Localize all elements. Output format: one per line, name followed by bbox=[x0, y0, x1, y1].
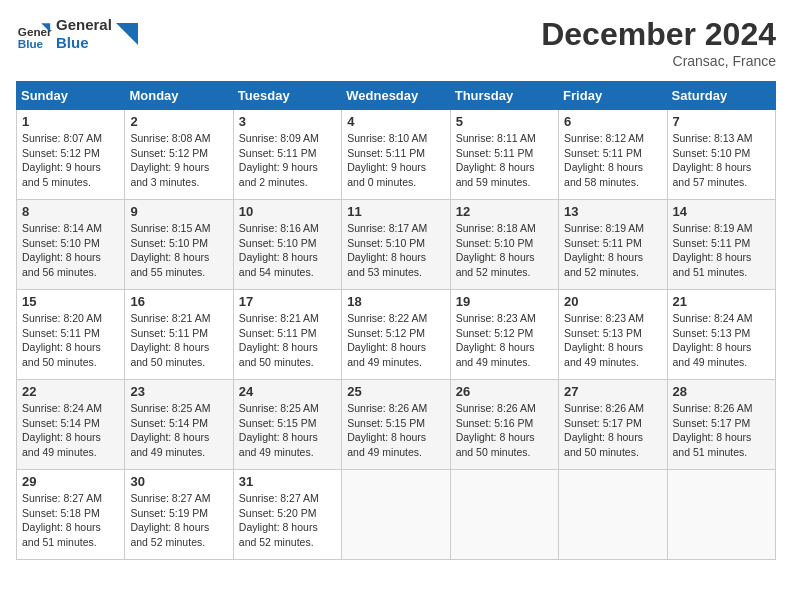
calendar-day-cell: 16 Sunrise: 8:21 AM Sunset: 5:11 PM Dayl… bbox=[125, 290, 233, 380]
day-info: Sunrise: 8:11 AM Sunset: 5:11 PM Dayligh… bbox=[456, 131, 553, 190]
calendar-day-cell bbox=[450, 470, 558, 560]
calendar-day-cell: 9 Sunrise: 8:15 AM Sunset: 5:10 PM Dayli… bbox=[125, 200, 233, 290]
calendar-day-cell: 22 Sunrise: 8:24 AM Sunset: 5:14 PM Dayl… bbox=[17, 380, 125, 470]
day-number: 22 bbox=[22, 384, 119, 399]
day-info: Sunrise: 8:24 AM Sunset: 5:14 PM Dayligh… bbox=[22, 401, 119, 460]
day-info: Sunrise: 8:10 AM Sunset: 5:11 PM Dayligh… bbox=[347, 131, 444, 190]
day-number: 25 bbox=[347, 384, 444, 399]
weekday-header-row: SundayMondayTuesdayWednesdayThursdayFrid… bbox=[17, 82, 776, 110]
day-number: 11 bbox=[347, 204, 444, 219]
calendar-day-cell: 18 Sunrise: 8:22 AM Sunset: 5:12 PM Dayl… bbox=[342, 290, 450, 380]
day-info: Sunrise: 8:21 AM Sunset: 5:11 PM Dayligh… bbox=[239, 311, 336, 370]
weekday-header: Tuesday bbox=[233, 82, 341, 110]
calendar-day-cell bbox=[559, 470, 667, 560]
day-number: 6 bbox=[564, 114, 661, 129]
logo-icon: General Blue bbox=[16, 16, 52, 52]
day-info: Sunrise: 8:12 AM Sunset: 5:11 PM Dayligh… bbox=[564, 131, 661, 190]
page-header: General Blue General Blue December 2024 … bbox=[16, 16, 776, 69]
calendar-day-cell: 1 Sunrise: 8:07 AM Sunset: 5:12 PM Dayli… bbox=[17, 110, 125, 200]
calendar-day-cell: 6 Sunrise: 8:12 AM Sunset: 5:11 PM Dayli… bbox=[559, 110, 667, 200]
day-number: 20 bbox=[564, 294, 661, 309]
calendar-day-cell: 10 Sunrise: 8:16 AM Sunset: 5:10 PM Dayl… bbox=[233, 200, 341, 290]
month-title: December 2024 bbox=[541, 16, 776, 53]
day-info: Sunrise: 8:08 AM Sunset: 5:12 PM Dayligh… bbox=[130, 131, 227, 190]
day-number: 10 bbox=[239, 204, 336, 219]
day-number: 9 bbox=[130, 204, 227, 219]
calendar-day-cell: 17 Sunrise: 8:21 AM Sunset: 5:11 PM Dayl… bbox=[233, 290, 341, 380]
weekday-header: Sunday bbox=[17, 82, 125, 110]
calendar-day-cell: 25 Sunrise: 8:26 AM Sunset: 5:15 PM Dayl… bbox=[342, 380, 450, 470]
day-number: 5 bbox=[456, 114, 553, 129]
day-number: 1 bbox=[22, 114, 119, 129]
day-info: Sunrise: 8:27 AM Sunset: 5:20 PM Dayligh… bbox=[239, 491, 336, 550]
calendar-day-cell bbox=[342, 470, 450, 560]
day-number: 15 bbox=[22, 294, 119, 309]
day-number: 24 bbox=[239, 384, 336, 399]
calendar-day-cell: 3 Sunrise: 8:09 AM Sunset: 5:11 PM Dayli… bbox=[233, 110, 341, 200]
calendar-day-cell bbox=[667, 470, 775, 560]
calendar-day-cell: 5 Sunrise: 8:11 AM Sunset: 5:11 PM Dayli… bbox=[450, 110, 558, 200]
day-number: 2 bbox=[130, 114, 227, 129]
day-info: Sunrise: 8:23 AM Sunset: 5:13 PM Dayligh… bbox=[564, 311, 661, 370]
day-number: 23 bbox=[130, 384, 227, 399]
calendar-week-row: 29 Sunrise: 8:27 AM Sunset: 5:18 PM Dayl… bbox=[17, 470, 776, 560]
calendar-day-cell: 7 Sunrise: 8:13 AM Sunset: 5:10 PM Dayli… bbox=[667, 110, 775, 200]
day-info: Sunrise: 8:09 AM Sunset: 5:11 PM Dayligh… bbox=[239, 131, 336, 190]
day-number: 14 bbox=[673, 204, 770, 219]
title-block: December 2024 Cransac, France bbox=[541, 16, 776, 69]
day-number: 27 bbox=[564, 384, 661, 399]
weekday-header: Friday bbox=[559, 82, 667, 110]
calendar-day-cell: 12 Sunrise: 8:18 AM Sunset: 5:10 PM Dayl… bbox=[450, 200, 558, 290]
location: Cransac, France bbox=[541, 53, 776, 69]
calendar-day-cell: 14 Sunrise: 8:19 AM Sunset: 5:11 PM Dayl… bbox=[667, 200, 775, 290]
day-number: 28 bbox=[673, 384, 770, 399]
calendar-week-row: 15 Sunrise: 8:20 AM Sunset: 5:11 PM Dayl… bbox=[17, 290, 776, 380]
calendar-week-row: 1 Sunrise: 8:07 AM Sunset: 5:12 PM Dayli… bbox=[17, 110, 776, 200]
weekday-header: Wednesday bbox=[342, 82, 450, 110]
day-info: Sunrise: 8:19 AM Sunset: 5:11 PM Dayligh… bbox=[564, 221, 661, 280]
logo-blue-text: Blue bbox=[56, 34, 112, 52]
logo-arrow-icon bbox=[116, 23, 138, 45]
calendar-day-cell: 21 Sunrise: 8:24 AM Sunset: 5:13 PM Dayl… bbox=[667, 290, 775, 380]
day-number: 7 bbox=[673, 114, 770, 129]
calendar-day-cell: 24 Sunrise: 8:25 AM Sunset: 5:15 PM Dayl… bbox=[233, 380, 341, 470]
calendar-day-cell: 20 Sunrise: 8:23 AM Sunset: 5:13 PM Dayl… bbox=[559, 290, 667, 380]
day-info: Sunrise: 8:27 AM Sunset: 5:19 PM Dayligh… bbox=[130, 491, 227, 550]
day-number: 17 bbox=[239, 294, 336, 309]
calendar-day-cell: 4 Sunrise: 8:10 AM Sunset: 5:11 PM Dayli… bbox=[342, 110, 450, 200]
calendar-day-cell: 29 Sunrise: 8:27 AM Sunset: 5:18 PM Dayl… bbox=[17, 470, 125, 560]
svg-text:Blue: Blue bbox=[18, 37, 44, 50]
calendar-day-cell: 26 Sunrise: 8:26 AM Sunset: 5:16 PM Dayl… bbox=[450, 380, 558, 470]
svg-marker-3 bbox=[116, 23, 138, 45]
calendar-day-cell: 2 Sunrise: 8:08 AM Sunset: 5:12 PM Dayli… bbox=[125, 110, 233, 200]
calendar-day-cell: 30 Sunrise: 8:27 AM Sunset: 5:19 PM Dayl… bbox=[125, 470, 233, 560]
day-number: 12 bbox=[456, 204, 553, 219]
weekday-header: Saturday bbox=[667, 82, 775, 110]
day-info: Sunrise: 8:17 AM Sunset: 5:10 PM Dayligh… bbox=[347, 221, 444, 280]
day-info: Sunrise: 8:15 AM Sunset: 5:10 PM Dayligh… bbox=[130, 221, 227, 280]
calendar-day-cell: 8 Sunrise: 8:14 AM Sunset: 5:10 PM Dayli… bbox=[17, 200, 125, 290]
calendar-day-cell: 15 Sunrise: 8:20 AM Sunset: 5:11 PM Dayl… bbox=[17, 290, 125, 380]
day-info: Sunrise: 8:25 AM Sunset: 5:14 PM Dayligh… bbox=[130, 401, 227, 460]
day-info: Sunrise: 8:19 AM Sunset: 5:11 PM Dayligh… bbox=[673, 221, 770, 280]
day-info: Sunrise: 8:18 AM Sunset: 5:10 PM Dayligh… bbox=[456, 221, 553, 280]
calendar-day-cell: 11 Sunrise: 8:17 AM Sunset: 5:10 PM Dayl… bbox=[342, 200, 450, 290]
day-number: 31 bbox=[239, 474, 336, 489]
day-info: Sunrise: 8:26 AM Sunset: 5:16 PM Dayligh… bbox=[456, 401, 553, 460]
day-info: Sunrise: 8:16 AM Sunset: 5:10 PM Dayligh… bbox=[239, 221, 336, 280]
day-info: Sunrise: 8:27 AM Sunset: 5:18 PM Dayligh… bbox=[22, 491, 119, 550]
day-number: 8 bbox=[22, 204, 119, 219]
day-info: Sunrise: 8:20 AM Sunset: 5:11 PM Dayligh… bbox=[22, 311, 119, 370]
day-info: Sunrise: 8:25 AM Sunset: 5:15 PM Dayligh… bbox=[239, 401, 336, 460]
day-number: 26 bbox=[456, 384, 553, 399]
calendar-week-row: 22 Sunrise: 8:24 AM Sunset: 5:14 PM Dayl… bbox=[17, 380, 776, 470]
calendar-day-cell: 27 Sunrise: 8:26 AM Sunset: 5:17 PM Dayl… bbox=[559, 380, 667, 470]
weekday-header: Monday bbox=[125, 82, 233, 110]
day-info: Sunrise: 8:23 AM Sunset: 5:12 PM Dayligh… bbox=[456, 311, 553, 370]
calendar-day-cell: 13 Sunrise: 8:19 AM Sunset: 5:11 PM Dayl… bbox=[559, 200, 667, 290]
day-number: 21 bbox=[673, 294, 770, 309]
day-info: Sunrise: 8:21 AM Sunset: 5:11 PM Dayligh… bbox=[130, 311, 227, 370]
day-number: 3 bbox=[239, 114, 336, 129]
day-number: 4 bbox=[347, 114, 444, 129]
day-info: Sunrise: 8:26 AM Sunset: 5:17 PM Dayligh… bbox=[673, 401, 770, 460]
